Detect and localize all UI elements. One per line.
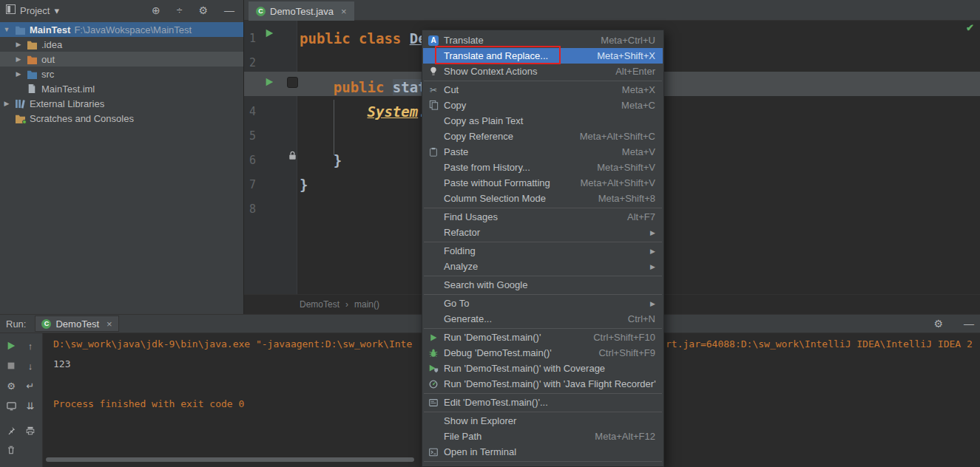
run-toolbar: ⚙ ↑ ↓ ↵ ⇊ xyxy=(0,333,43,467)
chevron-right-icon[interactable]: ▶ xyxy=(15,55,22,63)
code-line-3[interactable]: public stat xyxy=(300,75,427,100)
collapse-all-icon[interactable]: ÷ xyxy=(177,5,183,16)
submenu-arrow-icon: ▶ xyxy=(650,300,655,307)
menu-item-local-history[interactable]: Local History▶ xyxy=(423,463,663,467)
menu-item-folding[interactable]: Folding▶ xyxy=(423,243,663,259)
chevron-right-icon[interactable]: ▶ xyxy=(15,70,22,78)
print-icon[interactable] xyxy=(24,425,36,437)
pin-icon[interactable] xyxy=(5,425,17,437)
menu-item-run-main[interactable]: Run 'DemoTest.main()'Ctrl+Shift+F10 xyxy=(423,330,663,345)
editor-tab-title: DemoTest.java xyxy=(270,6,334,17)
tree-item-scratches[interactable]: Scratches and Consoles xyxy=(0,111,243,126)
line-number: 5 xyxy=(244,124,256,149)
menu-item-paste-from-history[interactable]: Paste from History...Meta+Shift+V xyxy=(423,160,663,175)
soft-wrap-icon[interactable]: ↵ xyxy=(24,380,36,392)
project-panel-header: Project ▾ ⊕ ÷ ⚙ — xyxy=(0,0,243,21)
project-folder-icon xyxy=(14,25,26,35)
breadcrumb-separator: › xyxy=(345,299,348,310)
menu-item-copy-reference[interactable]: Copy ReferenceMeta+Alt+Shift+C xyxy=(423,129,663,144)
scroll-to-end-icon[interactable]: ⇊ xyxy=(24,400,36,412)
hide-panel-icon[interactable]: — xyxy=(224,5,234,16)
code-line-1[interactable]: public class De xyxy=(300,27,427,51)
debug-bug-icon xyxy=(427,347,440,359)
editor-tab-demotest[interactable]: C DemoTest.java × xyxy=(249,1,354,21)
menu-item-copy-as-plain-text[interactable]: Copy as Plain Text xyxy=(423,113,663,129)
tree-item-maintest-root[interactable]: ▼ MainTest F:\JavaWokspace\MainTest xyxy=(0,22,243,37)
settings-gear-icon[interactable]: ⚙ xyxy=(198,5,208,16)
build-settings-icon[interactable]: ⚙ xyxy=(5,380,17,392)
annotation-highlight-box xyxy=(435,46,561,64)
menu-item-run-with-coverage[interactable]: Run 'DemoTest.main()' with Coverage xyxy=(423,361,663,376)
settings-gear-icon[interactable]: ⚙ xyxy=(933,318,943,329)
chevron-right-icon[interactable]: ▶ xyxy=(15,41,22,48)
scratches-icon xyxy=(14,114,26,123)
run-label: Run: xyxy=(6,318,26,330)
hide-panel-icon[interactable]: — xyxy=(964,318,974,329)
trash-icon[interactable] xyxy=(5,444,17,456)
tree-item-label: Scratches and Consoles xyxy=(30,113,134,124)
menu-separator xyxy=(424,208,662,208)
console-horizontal-scrollbar[interactable] xyxy=(46,457,414,462)
module-file-icon xyxy=(26,83,38,94)
run-class-gutter-icon[interactable] xyxy=(264,28,274,38)
menu-separator xyxy=(424,393,662,394)
chevron-down-icon[interactable]: ▾ xyxy=(54,5,59,16)
down-stack-icon[interactable]: ↓ xyxy=(24,360,36,372)
menu-item-edit-run-configuration[interactable]: Edit 'DemoTest.main()'... xyxy=(423,395,663,410)
code-line-7[interactable]: } xyxy=(300,173,308,197)
menu-item-show-in-explorer[interactable]: Show in Explorer xyxy=(423,413,663,429)
menu-item-open-in-terminal[interactable]: Open in Terminal xyxy=(423,444,663,460)
menu-item-run-with-jfr[interactable]: Run 'DemoTest.main()' with 'Java Flight … xyxy=(423,376,663,392)
chevron-right-icon[interactable]: ▶ xyxy=(3,100,10,107)
menu-item-file-path[interactable]: File PathMeta+Alt+F12 xyxy=(423,429,663,444)
menu-item-copy[interactable]: CopyMeta+C xyxy=(423,98,663,113)
gutter-marker-icon[interactable] xyxy=(287,77,298,88)
menu-separator xyxy=(424,81,662,81)
code-line-4[interactable]: System. xyxy=(300,100,427,124)
tree-item-idea[interactable]: ▶ .idea xyxy=(0,37,243,52)
line-number: 2 xyxy=(244,51,256,75)
chevron-down-icon[interactable]: ▼ xyxy=(3,26,10,33)
show-console-monitor-icon[interactable] xyxy=(5,400,17,412)
tree-item-maintest-iml[interactable]: MainTest.iml xyxy=(0,81,243,96)
submenu-arrow-icon: ▶ xyxy=(650,229,655,236)
submenu-arrow-icon: ▶ xyxy=(650,263,655,270)
tree-item-external-libraries[interactable]: ▶ External Libraries xyxy=(0,96,243,111)
menu-item-column-selection-mode[interactable]: Column Selection ModeMeta+Shift+8 xyxy=(423,191,663,206)
tree-item-out[interactable]: ▶ out xyxy=(0,52,243,67)
menu-item-analyze[interactable]: Analyze▶ xyxy=(423,259,663,274)
run-tab-demotest[interactable]: C DemoTest × xyxy=(35,316,118,332)
menu-item-refactor[interactable]: Refactor▶ xyxy=(423,225,663,240)
menu-separator xyxy=(424,412,662,412)
fold-lock-gutter-icon[interactable] xyxy=(287,150,298,161)
run-tab-title: DemoTest xyxy=(55,318,99,330)
project-panel-title[interactable]: Project xyxy=(20,5,50,16)
menu-item-search-with-google[interactable]: Search with Google xyxy=(423,277,663,293)
menu-item-go-to[interactable]: Go To▶ xyxy=(423,296,663,311)
menu-separator xyxy=(424,276,662,276)
close-tab-icon[interactable]: × xyxy=(107,318,112,330)
class-icon: C xyxy=(256,7,266,16)
menu-item-paste-without-formatting[interactable]: Paste without FormattingMeta+Alt+Shift+V xyxy=(423,175,663,191)
menu-item-generate[interactable]: Generate...Ctrl+N xyxy=(423,311,663,327)
close-tab-icon[interactable]: × xyxy=(341,6,347,17)
inspection-ok-icon[interactable]: ✔ xyxy=(966,22,974,33)
menu-item-find-usages[interactable]: Find UsagesAlt+F7 xyxy=(423,209,663,225)
tree-item-src[interactable]: ▶ src xyxy=(0,67,243,81)
breadcrumb-method[interactable]: main() xyxy=(354,299,379,310)
menu-item-show-context-actions[interactable]: Show Context ActionsAlt+Enter xyxy=(423,64,663,79)
menu-item-cut[interactable]: ✂CutMeta+X xyxy=(423,82,663,98)
coverage-icon xyxy=(427,363,440,375)
menu-item-debug-main[interactable]: Debug 'DemoTest.main()'Ctrl+Shift+F9 xyxy=(423,345,663,361)
breadcrumb-file[interactable]: DemoTest xyxy=(300,299,339,310)
up-stack-icon[interactable]: ↑ xyxy=(24,340,36,352)
run-method-gutter-icon[interactable] xyxy=(264,77,274,87)
line-number: 1 xyxy=(244,27,256,51)
console-line-command-left: D:\sw_work\java\jdk-9\bin\java.exe "-jav… xyxy=(53,338,412,350)
rerun-icon[interactable] xyxy=(5,340,17,352)
stop-icon[interactable] xyxy=(5,360,17,372)
code-line-6[interactable]: } xyxy=(300,149,342,173)
locate-file-icon[interactable]: ⊕ xyxy=(152,5,160,16)
class-icon: C xyxy=(41,319,51,329)
menu-item-paste[interactable]: PasteMeta+V xyxy=(423,144,663,160)
